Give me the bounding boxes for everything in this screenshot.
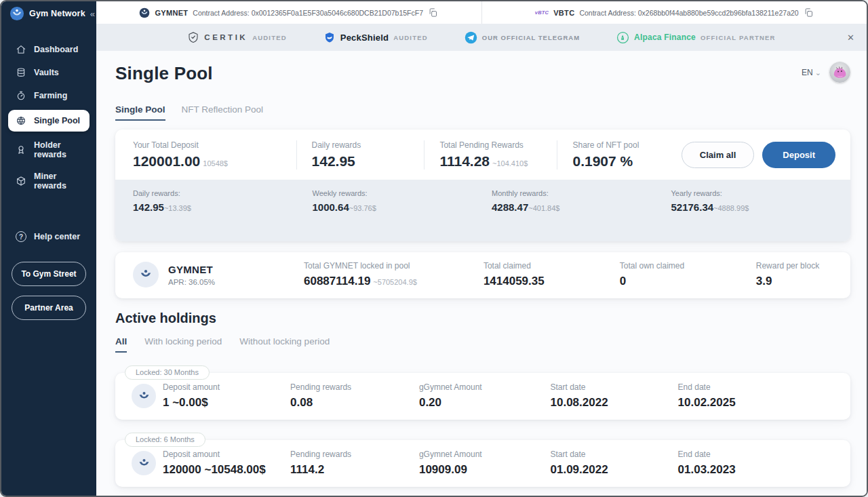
alpaca-finance-icon bbox=[616, 31, 629, 44]
sidebar-item-label: Single Pool bbox=[34, 116, 80, 125]
tab-all[interactable]: All bbox=[115, 336, 127, 353]
deposit-button[interactable]: Deposit bbox=[762, 142, 835, 168]
copy-icon[interactable] bbox=[428, 7, 438, 18]
sidebar-item-label: Miner rewards bbox=[34, 172, 90, 191]
sidebar-item-miner-rewards[interactable]: Miner rewards bbox=[1, 165, 96, 197]
gymnet-token-icon bbox=[133, 262, 159, 287]
nft-share-stat: Share of NFT pool 0.1907 % bbox=[557, 140, 677, 170]
telegram-label: OUR OFFICIAL TELEGRAM bbox=[482, 34, 580, 41]
peckshield-shield-icon bbox=[323, 31, 336, 43]
sidebar-item-label: Holder rewards bbox=[34, 140, 90, 159]
gymnet-token-icon bbox=[139, 7, 150, 18]
start-date-stat: Start date 10.08.2022 bbox=[551, 382, 678, 410]
collapse-sidebar-icon[interactable]: « bbox=[90, 9, 94, 19]
sidebar: Gym Network « Dashboard Vaults Farming S… bbox=[1, 1, 96, 496]
lock-period-badge: Locked: 30 Months bbox=[125, 365, 210, 380]
contract-address-value: 0x0012365F0a1E5F30a5046c680DCB21D07b15Fc… bbox=[252, 9, 423, 17]
pending-rewards-value: 1114.28 bbox=[439, 153, 490, 169]
tab-with-locking-period[interactable]: With locking period bbox=[144, 336, 222, 353]
sidebar-item-help-center[interactable]: ? Help center bbox=[1, 225, 96, 248]
daily-rewards-value: 142.95 bbox=[312, 153, 412, 170]
end-date-stat: End date 01.03.2023 bbox=[678, 450, 834, 477]
gymnet-token-icon bbox=[132, 384, 156, 408]
sidebar-item-label: Farming bbox=[34, 91, 67, 100]
pending-rewards-stat: Total Pending Rewards 1114.28~104.410$ bbox=[424, 140, 557, 170]
gymnet-contract: GYMNET Contract Address: 0x0012365F0a1E5… bbox=[96, 1, 482, 24]
peckshield-tag: AUDITED bbox=[393, 34, 428, 41]
chevron-down-icon: ⌄ bbox=[815, 70, 821, 75]
peckshield-audit[interactable]: PeckShield AUDITED bbox=[323, 31, 428, 43]
monthly-rewards-breakdown: Monthly rewards: 4288.47~401.84$ bbox=[492, 189, 671, 241]
tab-single-pool[interactable]: Single Pool bbox=[115, 104, 165, 121]
avatar[interactable] bbox=[829, 62, 850, 83]
gym-network-logo-icon bbox=[9, 6, 24, 21]
pending-rewards-stat: Pending rewards 0.08 bbox=[290, 382, 419, 410]
cube-icon bbox=[16, 176, 26, 186]
sidebar-buttons: To Gym Street Partner Area bbox=[1, 262, 96, 320]
alpaca-partner[interactable]: Alpaca Finance OFFICIAL PARTNER bbox=[616, 31, 776, 44]
token-apr: APR: 36.05% bbox=[168, 278, 215, 286]
active-holdings-title: Active holdings bbox=[115, 311, 850, 326]
sidebar-item-label: Dashboard bbox=[34, 45, 78, 54]
pending-rewards-usd: ~104.410$ bbox=[492, 159, 528, 167]
to-gym-street-button[interactable]: To Gym Street bbox=[12, 262, 86, 286]
telegram-icon bbox=[465, 31, 477, 44]
help-icon: ? bbox=[16, 231, 26, 242]
token-name: GYMNET bbox=[168, 264, 215, 275]
contracts-topbar: GYMNET Contract Address: 0x0012365F0a1E5… bbox=[96, 1, 867, 24]
alpaca-label: Alpaca Finance bbox=[634, 33, 696, 42]
tab-nft-reflection-pool[interactable]: NFT Reflection Pool bbox=[182, 104, 264, 121]
contract-address-label: Contract Address: 0x268bb0f44ab880be59cc… bbox=[579, 9, 798, 17]
total-locked-stat: Total GYMNET locked in pool 60887114.19~… bbox=[304, 261, 484, 288]
sidebar-item-holder-rewards[interactable]: Holder rewards bbox=[1, 134, 96, 165]
gymnet-stats-card: GYMNET APR: 36.05% Total GYMNET locked i… bbox=[115, 252, 850, 298]
summary-card: Your Total Deposit 120001.0010548$ Daily… bbox=[115, 130, 850, 241]
ggymnet-amount-stat: gGymnet Amount 10909.09 bbox=[419, 450, 551, 477]
rewards-breakdown: Daily rewards: 142.95~13.39$ Weekly rewa… bbox=[115, 180, 850, 241]
certik-shield-icon bbox=[187, 31, 199, 43]
holding-item: Locked: 30 Months Deposit amount 1 ~0.00… bbox=[115, 359, 850, 420]
pending-rewards-stat: Pending rewards 1114.2 bbox=[290, 450, 419, 477]
ggymnet-amount-stat: gGymnet Amount 0.20 bbox=[419, 382, 551, 410]
sidebar-item-dashboard[interactable]: Dashboard bbox=[1, 38, 96, 61]
total-deposit-value: 120001.00 bbox=[133, 153, 200, 169]
claim-all-button[interactable]: Claim all bbox=[682, 142, 754, 168]
total-own-claimed-stat: Total own claimed 0 bbox=[620, 261, 756, 288]
holding-item: Locked: 6 Months Deposit amount 120000 ~… bbox=[115, 426, 850, 487]
copy-icon[interactable] bbox=[804, 7, 814, 18]
sidebar-item-single-pool[interactable]: Single Pool bbox=[8, 110, 90, 132]
lock-period-badge: Locked: 6 Months bbox=[125, 433, 205, 447]
daily-rewards-stat: Daily rewards 142.95 bbox=[296, 140, 425, 170]
start-date-stat: Start date 01.09.2022 bbox=[551, 450, 678, 477]
certik-audit[interactable]: CERTIK AUDITED bbox=[187, 31, 286, 43]
close-banner-icon[interactable]: ✕ bbox=[847, 33, 854, 43]
total-deposit-usd: 10548$ bbox=[203, 159, 228, 167]
home-icon bbox=[16, 44, 26, 55]
vbtc-token-icon: vBTC bbox=[535, 9, 549, 16]
sidebar-item-vaults[interactable]: Vaults bbox=[1, 61, 96, 84]
certik-label: CERTIK bbox=[204, 33, 248, 41]
alpaca-tag: OFFICIAL PARTNER bbox=[701, 34, 776, 41]
telegram-link[interactable]: OUR OFFICIAL TELEGRAM bbox=[465, 31, 580, 44]
page-title: Single Pool bbox=[115, 60, 213, 84]
vaults-icon bbox=[16, 67, 26, 78]
yearly-rewards-breakdown: Yearly rewards: 52176.34~4888.99$ bbox=[671, 189, 851, 241]
main-content: Single Pool EN⌄ Single Pool NFT Reflecti… bbox=[96, 51, 867, 496]
certik-tag: AUDITED bbox=[252, 34, 287, 41]
daily-rewards-breakdown: Daily rewards: 142.95~13.39$ bbox=[133, 189, 313, 241]
holding-card: Deposit amount 1 ~0.00$ Pending rewards … bbox=[115, 373, 850, 420]
vbtc-contract: vBTC VBTC Contract Address: 0x268bb0f44a… bbox=[482, 1, 867, 24]
farming-icon bbox=[16, 90, 26, 101]
sidebar-item-label: Vaults bbox=[34, 68, 59, 77]
holdings-tabs: All With locking period Without locking … bbox=[115, 336, 850, 353]
deposit-amount-stat: Deposit amount 120000 ~10548.00$ bbox=[163, 450, 290, 477]
sidebar-item-farming[interactable]: Farming bbox=[1, 84, 96, 107]
deposit-amount-stat: Deposit amount 1 ~0.00$ bbox=[163, 382, 290, 410]
language-selector[interactable]: EN⌄ bbox=[802, 68, 821, 77]
brand-name: Gym Network bbox=[29, 9, 85, 18]
medal-icon bbox=[16, 144, 26, 155]
partner-area-button[interactable]: Partner Area bbox=[12, 296, 86, 320]
token-name: VBTC bbox=[553, 9, 574, 17]
token-name: GYMNET bbox=[155, 9, 188, 17]
tab-without-locking-period[interactable]: Without locking period bbox=[239, 336, 330, 353]
